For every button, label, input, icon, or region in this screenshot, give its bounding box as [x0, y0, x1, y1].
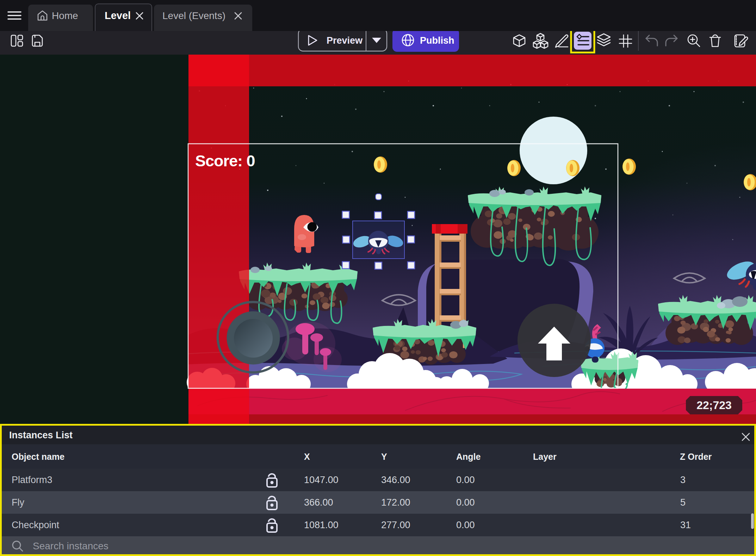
svg-text:22;723: 22;723	[696, 399, 732, 412]
svg-text:Score: 0: Score: 0	[195, 152, 255, 170]
svg-text:Publish: Publish	[420, 35, 454, 46]
svg-text:Preview: Preview	[327, 35, 363, 46]
